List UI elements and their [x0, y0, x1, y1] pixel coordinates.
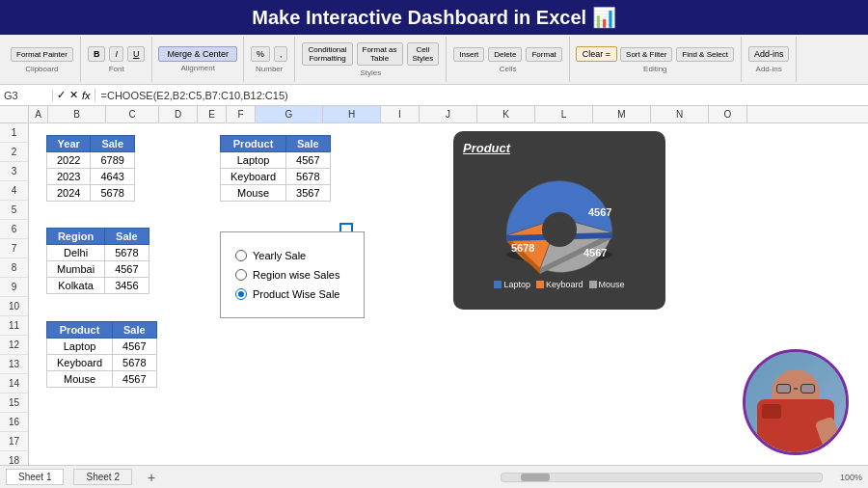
cell-reference[interactable]: G3	[0, 90, 53, 101]
radio-label-region: Region wise Sales	[253, 269, 340, 281]
region-col-header: Region	[47, 229, 105, 245]
row-17: 17	[0, 432, 28, 451]
product2-sale-col-header: Sale	[286, 136, 330, 152]
col-header-f: F	[227, 106, 256, 122]
person-avatar	[743, 349, 849, 455]
product-sale-col-header: Sale	[113, 322, 156, 339]
row-6: 6	[0, 220, 28, 239]
table-row: Mouse3567	[221, 185, 331, 202]
clipboard-label: Clipboard	[25, 65, 58, 73]
col-header-o: O	[709, 106, 747, 122]
italic-button[interactable]: I	[109, 46, 123, 62]
styles-section: ConditionalFormatting Format asTable Cel…	[295, 37, 447, 82]
radio-circle-yearly[interactable]	[235, 250, 247, 261]
legend-mouse: Mouse	[589, 280, 625, 289]
column-headers: A B C D E F G H I J K L M N O	[0, 106, 868, 123]
merge-center-button[interactable]: Merge & Center	[158, 46, 237, 62]
laptop-value-label: 4567	[588, 206, 611, 218]
status-bar: Sheet 1 Sheet 2 + 100%	[0, 465, 868, 488]
editing-section: Clear = Sort & Filter Find & Select Edit…	[570, 37, 742, 82]
region-sale-col-header: Sale	[105, 229, 149, 245]
radio-product-wise[interactable]: Product Wise Sale	[235, 288, 349, 300]
legend-keyboard-label: Keyboard	[546, 280, 583, 289]
sort-filter-button[interactable]: Sort & Filter	[620, 47, 672, 62]
addins-section: Add-ins Add-ins	[742, 37, 798, 82]
chart-legend: Laptop Keyboard Mouse	[463, 280, 656, 289]
zoom-control: 100%	[840, 473, 862, 482]
formula-icons: ✓ ✕ fx	[53, 89, 95, 101]
col-header-g: G	[256, 106, 323, 122]
chart-container: Product	[453, 131, 665, 310]
row-3: 3	[0, 162, 28, 181]
year-sale-col-header: Sale	[91, 136, 134, 152]
row-numbers: 1 2 3 4 5 6 7 8 9 10 11 12 13 14 15 16 1…	[0, 123, 29, 465]
row-14: 14	[0, 374, 28, 393]
chart-title: Product	[463, 141, 656, 155]
mouse-value-label: 4567	[583, 247, 607, 258]
cells-section: Insert Delete Format Cells	[447, 37, 569, 82]
legend-laptop-label: Laptop	[503, 280, 530, 289]
find-select-button[interactable]: Find & Select	[676, 47, 734, 62]
alignment-section: Merge & Center Alignment	[152, 37, 244, 82]
radio-selected-indicator	[238, 291, 244, 297]
row-4: 4	[0, 181, 28, 201]
delete-button[interactable]: Delete	[488, 47, 522, 62]
keyboard-value-label: 5678	[511, 242, 534, 254]
scroll-thumb	[521, 474, 550, 481]
legend-mouse-label: Mouse	[599, 280, 625, 289]
row-12: 12	[0, 336, 28, 355]
product2-col-header: Product	[221, 136, 286, 152]
bold-button[interactable]: B	[88, 46, 106, 62]
col-header-k: K	[477, 106, 535, 122]
pie-chart-svg: 4567 5678 4567	[482, 160, 637, 276]
number-label: Number	[256, 65, 283, 73]
row-9: 9	[0, 278, 28, 297]
radio-container: Yearly Sale Region wise Sales Product Wi…	[220, 231, 365, 318]
add-sheet-button[interactable]: +	[142, 468, 161, 487]
clipboard-section: Format Painter Clipboard	[4, 37, 81, 82]
row-1: 1	[0, 123, 28, 143]
col-header-e: E	[198, 106, 227, 122]
legend-laptop: Laptop	[494, 280, 530, 289]
col-header-b: B	[48, 106, 106, 122]
format-table-button[interactable]: Format asTable	[357, 42, 403, 66]
conditional-format-button[interactable]: ConditionalFormatting	[302, 42, 352, 66]
comma-button[interactable]: ,	[274, 46, 288, 62]
spreadsheet-area: 1 2 3 4 5 6 7 8 9 10 11 12 13 14 15 16 1…	[0, 123, 868, 465]
formula-content[interactable]: =CHOOSE(E2,B2:C5,B7:C10,B12:C15)	[95, 90, 868, 101]
radio-circle-product[interactable]	[235, 288, 247, 300]
underline-button[interactable]: U	[127, 46, 146, 62]
product-table-left: Product Sale Laptop4567 Keyboard5678 Mou…	[46, 321, 157, 388]
number-section: % , Number	[244, 37, 296, 82]
col-header-m: M	[593, 106, 651, 122]
format-button[interactable]: Format	[526, 47, 561, 62]
pie-center-hole	[542, 212, 577, 247]
insert-button[interactable]: Insert	[453, 47, 484, 62]
legend-mouse-dot	[589, 281, 597, 288]
col-header-h: H	[323, 106, 381, 122]
horizontal-scrollbar[interactable]	[501, 473, 823, 482]
radio-region-wise[interactable]: Region wise Sales	[235, 269, 349, 281]
legend-keyboard: Keyboard	[536, 280, 583, 289]
row-10: 10	[0, 297, 28, 316]
grid-area: Year Sale 20226789 20234643 20245678 Reg…	[29, 123, 868, 465]
percent-button[interactable]: %	[251, 46, 270, 62]
styles-label: Styles	[361, 68, 382, 77]
table-row: Mouse4567	[47, 371, 157, 388]
sheet-tab-2[interactable]: Sheet 2	[73, 469, 131, 485]
row-7: 7	[0, 239, 28, 258]
table-row: 20226789	[47, 152, 135, 169]
radio-circle-region[interactable]	[235, 269, 247, 281]
radio-yearly-sale[interactable]: Yearly Sale	[235, 250, 349, 261]
clear-button[interactable]: Clear =	[576, 46, 617, 62]
format-painter-button[interactable]: Format Painter	[11, 47, 73, 62]
person-glasses	[776, 384, 815, 393]
font-section: B I U Font	[81, 37, 153, 82]
cell-styles-button[interactable]: CellStyles	[407, 42, 440, 66]
row-11: 11	[0, 316, 28, 336]
chart-body: 4567 5678 4567	[463, 160, 656, 276]
addins-button[interactable]: Add-ins	[748, 46, 790, 62]
year-col-header: Year	[47, 136, 91, 152]
row-8: 8	[0, 258, 28, 278]
sheet-tab-1[interactable]: Sheet 1	[6, 469, 64, 485]
